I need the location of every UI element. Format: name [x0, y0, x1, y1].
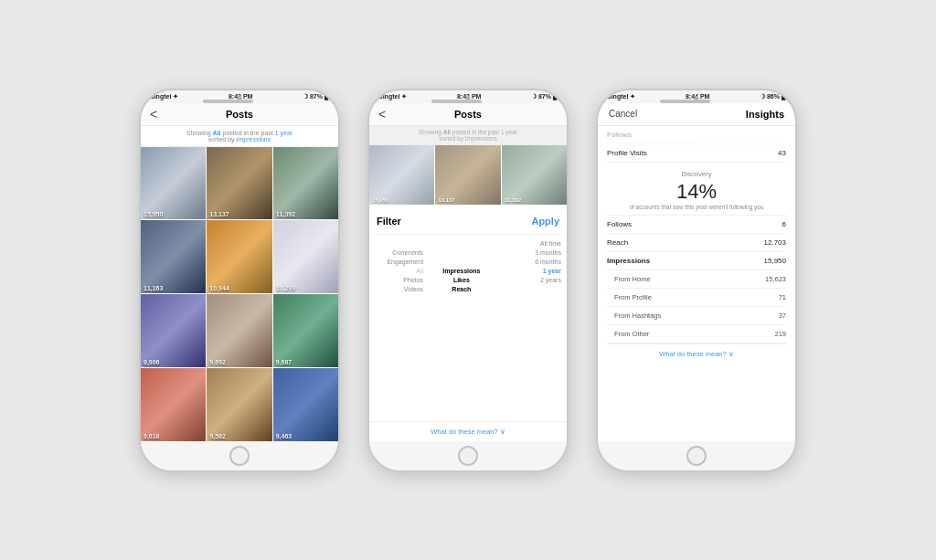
grid-item-1[interactable]: 15,950: [141, 147, 206, 220]
home-button-3[interactable]: [686, 446, 707, 466]
phone-speaker-3: [660, 100, 710, 103]
grid-item-5[interactable]: 10,944: [207, 220, 271, 293]
follows-label: Follows: [607, 220, 632, 228]
filter-col-left-1: Comments: [375, 249, 427, 256]
nav-title-2: Posts: [454, 109, 482, 120]
from-other-value: 219: [774, 330, 786, 338]
status-left-1: Singtel ✦: [150, 93, 178, 100]
profile-visits-label: Profile Visits: [607, 149, 647, 157]
filter-row-5: Videos Reach: [375, 286, 561, 292]
from-profile-value: 71: [779, 293, 786, 301]
filter-col-right-3: 1 year: [496, 268, 561, 274]
posts-header-1: Showing All posted in the past 1 year so…: [141, 126, 338, 147]
discovery-desc: of accounts that saw this post weren't f…: [607, 204, 786, 211]
phone-1: Singtel ✦ 8:43 PM ☽ 87% ▊ < Posts Showin…: [139, 89, 340, 472]
grid-label-1: 15,950: [144, 211, 163, 217]
showing-text-1: Showing: [186, 130, 211, 136]
mini-label-3: 11,392: [505, 197, 521, 203]
screen-3: Cancel Insights Follows Profile Visits 4…: [598, 103, 795, 441]
filter-col-mid-4: Likes: [427, 277, 495, 283]
back-button-2[interactable]: <: [378, 107, 386, 122]
status-right-2: ☽ 87% ▊: [531, 93, 558, 100]
filter-apply-button[interactable]: Apply: [531, 216, 559, 227]
phones-container: Singtel ✦ 8:43 PM ☽ 87% ▊ < Posts Showin…: [121, 70, 815, 491]
insights-nav: Cancel Insights: [598, 103, 795, 126]
filter-header: Filter Apply: [375, 212, 561, 235]
battery-2: 87%: [538, 93, 551, 100]
grid-item-3[interactable]: 11,392: [273, 147, 338, 220]
status-right-1: ☽ 87% ▊: [303, 93, 329, 100]
grid-item-11[interactable]: 9,582: [207, 368, 271, 441]
grid-item-6[interactable]: 10,299: [273, 220, 338, 293]
phone-bottom-3: [598, 441, 795, 470]
imp-highlight-1[interactable]: Impressions: [237, 136, 271, 143]
back-button-1[interactable]: <: [150, 107, 157, 122]
insights-discovery: Discovery 14% of accounts that saw this …: [607, 163, 786, 216]
follows-partial-label: Follows: [607, 131, 632, 139]
what-mean-2[interactable]: What do these mean? ∨: [369, 421, 567, 441]
mini-grid-item-3: 11,392: [502, 145, 567, 205]
filter-row-2: Engagement 6 months: [375, 259, 561, 265]
filter-col-mid-5: Reach: [427, 286, 495, 292]
from-home-label: From Home: [607, 275, 651, 283]
grid-item-9[interactable]: 9,687: [273, 294, 338, 367]
grid-item-8[interactable]: 9,692: [207, 294, 271, 367]
home-button-2[interactable]: [458, 446, 478, 466]
status-left-2: Singtel ✦: [378, 93, 407, 100]
phone-bottom-1: [141, 441, 338, 470]
battery-icon-3: ▊: [782, 93, 786, 100]
battery-icon-2: ▊: [553, 93, 558, 100]
filter-row-3: All Impressions 1 year: [375, 268, 561, 274]
impressions-value: 15,950: [764, 257, 786, 265]
grid-item-7[interactable]: 9,906: [141, 294, 206, 367]
cancel-button[interactable]: Cancel: [609, 109, 637, 119]
all-highlight-1[interactable]: All: [213, 130, 221, 136]
home-button-1[interactable]: [229, 446, 250, 466]
insights-row-reach: Reach 12,703: [607, 234, 786, 252]
discovery-pct: 14%: [607, 180, 786, 204]
moon-icon-2: ☽: [531, 93, 537, 100]
filter-panel: Filter Apply All time Comments 3 months: [369, 205, 567, 421]
filter-col-right-2: 6 months: [496, 259, 561, 265]
insights-row-from-profile: From Profile 71: [607, 289, 786, 307]
mini-label-1: 15,950: [372, 197, 388, 203]
impressions-label: Impressions: [607, 257, 650, 265]
discovery-label: Discovery: [607, 170, 786, 178]
mini-grid-item-2: 13,137: [435, 145, 500, 205]
from-home-value: 15,623: [765, 275, 786, 283]
grid-item-2[interactable]: 13,137: [207, 147, 271, 220]
carrier-1: Singtel: [150, 93, 171, 100]
grid-item-4[interactable]: 11,163: [141, 220, 206, 293]
wifi-icon-2: ✦: [401, 93, 407, 100]
grid-label-7: 9,906: [144, 359, 160, 365]
nav-title-1: Posts: [226, 109, 253, 120]
grid-item-10[interactable]: 9,618: [141, 368, 206, 441]
nav-bar-1: < Posts: [141, 103, 338, 126]
filter-col-left-5: Videos: [375, 286, 427, 292]
grid-item-12[interactable]: 9,463: [273, 368, 338, 441]
phone-3: Singtel ✦ 8:44 PM ☽ 86% ▊ Cancel Insight…: [596, 89, 797, 472]
status-right-3: ☽ 86% ▊: [760, 93, 786, 100]
grid-label-6: 10,299: [276, 285, 295, 291]
phone-bottom-2: [369, 441, 567, 470]
filter-col-right-0: All time: [496, 240, 561, 247]
year-highlight-1[interactable]: 1 year: [275, 130, 292, 136]
filter-row-1: Comments 3 months: [375, 249, 561, 256]
filter-col-left-3: All: [375, 268, 427, 274]
battery-icon-1: ▊: [324, 93, 329, 100]
grid-label-3: 11,392: [276, 211, 295, 217]
what-mean-3[interactable]: What do these mean? ∨: [607, 343, 786, 364]
filter-table: All time Comments 3 months Engagement 6 …: [375, 240, 561, 292]
wifi-icon-3: ✦: [630, 93, 635, 100]
wifi-icon-1: ✦: [173, 93, 178, 100]
grid-label-4: 11,163: [144, 285, 163, 291]
from-other-label: From Other: [607, 330, 649, 338]
reach-value: 12,703: [764, 238, 786, 247]
follows-value: 6: [782, 220, 786, 228]
filter-col-right-4: 2 years: [496, 277, 561, 283]
from-profile-label: From Profile: [607, 293, 652, 301]
posts-header-2: Showing All posted in the past 1 yearsor…: [369, 126, 567, 145]
insights-content: Follows Profile Visits 43 Discovery 14% …: [598, 126, 795, 441]
moon-icon-3: ☽: [760, 93, 765, 100]
insights-row-impressions: Impressions 15,950: [607, 252, 786, 270]
